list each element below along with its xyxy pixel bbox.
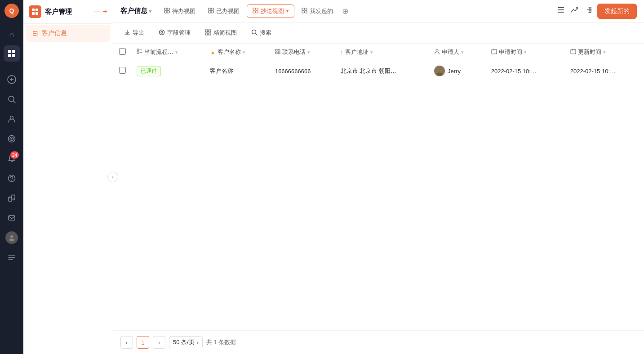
applicant-user: Jerry bbox=[434, 66, 480, 76]
svg-rect-31 bbox=[209, 8, 211, 10]
svg-rect-36 bbox=[256, 8, 258, 10]
tab-pending[interactable]: 待办视图 bbox=[159, 5, 201, 18]
add-circle-icon[interactable] bbox=[4, 71, 20, 88]
svg-rect-52 bbox=[209, 33, 211, 35]
app-logo[interactable]: Q bbox=[4, 4, 19, 18]
col-status-sort[interactable]: ▾ bbox=[175, 49, 178, 55]
svg-point-63 bbox=[436, 50, 438, 52]
svg-rect-27 bbox=[164, 8, 167, 10]
svg-rect-37 bbox=[253, 11, 255, 13]
col-phone: 联系电话 ▾ bbox=[270, 44, 335, 61]
current-page-button[interactable]: 1 bbox=[137, 336, 149, 349]
col-phone-sort[interactable]: ▾ bbox=[307, 49, 310, 55]
svg-point-48 bbox=[161, 31, 163, 33]
simple-view-button[interactable]: 精简视图 bbox=[201, 27, 240, 39]
search-sidebar-icon[interactable] bbox=[4, 91, 20, 107]
search-label: 搜索 bbox=[260, 29, 271, 37]
simple-view-icon bbox=[205, 29, 211, 37]
svg-rect-51 bbox=[205, 33, 208, 35]
svg-rect-39 bbox=[302, 8, 304, 10]
select-all-checkbox[interactable] bbox=[119, 48, 126, 55]
home-icon[interactable]: ⌂ bbox=[4, 27, 20, 43]
svg-rect-68 bbox=[571, 49, 576, 54]
people-icon[interactable] bbox=[4, 111, 20, 127]
mail-icon[interactable] bbox=[4, 210, 20, 226]
svg-rect-16 bbox=[12, 195, 15, 199]
svg-line-54 bbox=[256, 33, 258, 35]
col-name-sort[interactable]: ▾ bbox=[243, 49, 245, 55]
export-label: 导出 bbox=[133, 29, 144, 37]
bell-badge: 24 bbox=[10, 151, 19, 159]
tab-initiated-icon bbox=[302, 8, 307, 15]
data-table: 当前流程… ▾ ▲ 客户名称 ▾ bbox=[113, 44, 644, 81]
col-update-time: 更新时间 ▾ bbox=[565, 44, 644, 61]
row-name: 客户名称 bbox=[204, 61, 270, 81]
target-icon[interactable] bbox=[4, 131, 20, 147]
svg-rect-32 bbox=[211, 8, 213, 10]
bell-icon[interactable]: 24 bbox=[4, 150, 20, 167]
svg-rect-64 bbox=[492, 49, 497, 54]
col-status: 当前流程… ▾ bbox=[131, 44, 204, 61]
svg-rect-1 bbox=[12, 50, 15, 53]
svg-rect-30 bbox=[167, 11, 169, 13]
tab-done[interactable]: 已办视图 bbox=[203, 5, 245, 18]
title-arrow: ▾ bbox=[149, 8, 151, 14]
signin-icon[interactable] bbox=[584, 6, 592, 16]
col-apply-time-sort[interactable]: ▾ bbox=[524, 49, 527, 55]
list-view-icon[interactable] bbox=[557, 6, 565, 16]
tab-forwarded-arrow: ▾ bbox=[286, 9, 289, 13]
sidebar-item-customer-info[interactable]: ⊟ 客户信息 bbox=[26, 25, 110, 42]
dashboard-icon[interactable] bbox=[4, 45, 20, 62]
customer-info-label: 客户信息 bbox=[42, 29, 67, 37]
svg-rect-60 bbox=[278, 49, 280, 51]
trend-icon[interactable] bbox=[570, 6, 578, 16]
topbar-right: 发起新的 bbox=[557, 4, 637, 19]
tab-initiated[interactable]: 我发起的 bbox=[296, 5, 338, 18]
svg-point-73 bbox=[437, 73, 442, 76]
svg-rect-26 bbox=[36, 12, 38, 15]
prev-page-button[interactable]: ‹ bbox=[120, 336, 133, 349]
svg-rect-61 bbox=[275, 52, 277, 54]
svg-rect-42 bbox=[305, 11, 307, 13]
page-title: 客户信息▾ bbox=[120, 7, 151, 15]
tab-initiated-label: 我发起的 bbox=[310, 7, 333, 15]
help-icon[interactable] bbox=[4, 170, 20, 186]
plugin-icon[interactable] bbox=[4, 190, 20, 206]
simple-view-label: 精简视图 bbox=[213, 29, 237, 37]
svg-rect-38 bbox=[256, 11, 258, 13]
tab-forwarded-label: 抄送视图 bbox=[261, 7, 284, 15]
svg-point-72 bbox=[438, 68, 441, 72]
customer-info-icon: ⊟ bbox=[32, 29, 38, 37]
row-checkbox-cell bbox=[113, 61, 131, 81]
field-manage-button[interactable]: 字段管理 bbox=[155, 27, 194, 39]
search-button[interactable]: 搜索 bbox=[248, 27, 275, 39]
col-name: ▲ 客户名称 ▾ bbox=[204, 44, 270, 61]
col-applicant-sort[interactable]: ▾ bbox=[461, 49, 464, 55]
svg-rect-50 bbox=[209, 30, 211, 32]
svg-rect-35 bbox=[253, 8, 255, 10]
col-update-time-sort[interactable]: ▾ bbox=[603, 49, 606, 55]
expand-sidebar-icon[interactable] bbox=[4, 249, 20, 266]
nav-more-icon[interactable]: ··· bbox=[94, 7, 100, 17]
tab-forwarded-icon bbox=[253, 8, 258, 15]
nav-add-icon[interactable]: + bbox=[102, 7, 107, 17]
tab-done-label: 已办视图 bbox=[216, 7, 240, 15]
page-size-select[interactable]: 50 条/页 ▾ bbox=[169, 336, 203, 348]
col-address-sort[interactable]: ▾ bbox=[370, 49, 373, 55]
new-button[interactable]: 发起新的 bbox=[597, 4, 637, 19]
table-container: 当前流程… ▾ ▲ 客户名称 ▾ bbox=[113, 44, 644, 330]
add-tab-icon[interactable]: ⊕ bbox=[342, 6, 349, 16]
next-page-button[interactable]: › bbox=[153, 336, 165, 349]
select-all-header bbox=[113, 44, 131, 61]
export-button[interactable]: 导出 bbox=[120, 27, 148, 39]
user-avatar-icon[interactable] bbox=[4, 230, 20, 246]
table-row: 已通过 客户名称 16666666666 北京市 北京市 朝阳… Jerry 2 bbox=[113, 61, 644, 81]
page-size-label: 50 条/页 bbox=[173, 338, 195, 346]
col-status-icon bbox=[137, 49, 142, 56]
tab-forwarded[interactable]: 抄送视图 ▾ bbox=[247, 4, 294, 18]
collapse-button[interactable]: ‹ bbox=[107, 172, 118, 182]
row-applicant: Jerry bbox=[429, 61, 486, 81]
svg-rect-49 bbox=[205, 30, 208, 32]
col-name-icon: ▲ bbox=[210, 49, 216, 56]
row-checkbox[interactable] bbox=[119, 67, 126, 74]
